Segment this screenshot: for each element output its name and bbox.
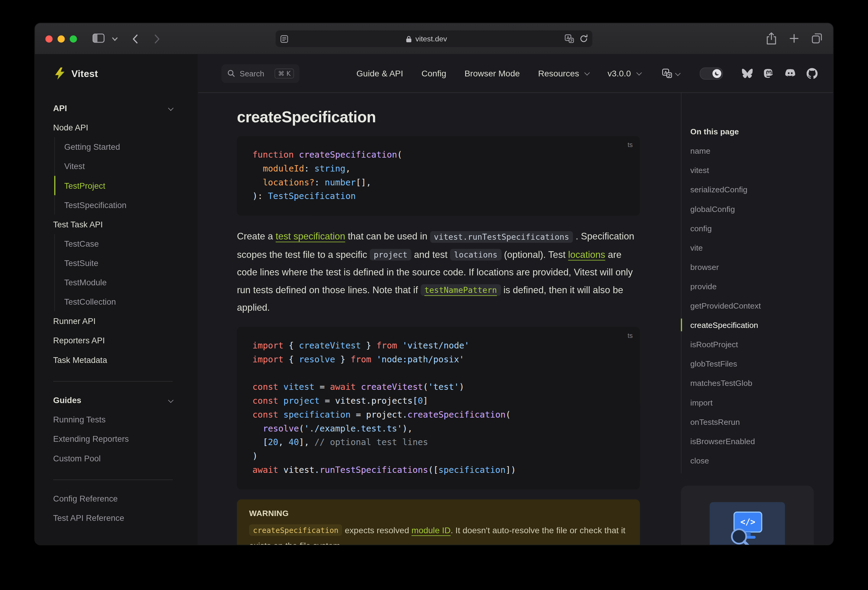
- sidebar-item-label: Getting Started: [64, 142, 120, 152]
- inline-link[interactable]: locations: [568, 249, 605, 260]
- outline-link-label: isRootProject: [690, 340, 738, 349]
- outline-link[interactable]: close: [690, 451, 813, 470]
- theme-toggle-knob: [712, 69, 721, 78]
- outline-link[interactable]: serializedConfig: [690, 180, 813, 199]
- sidebar-item[interactable]: Node API: [53, 118, 173, 137]
- warning-body: createSpecification expects resolved mod…: [249, 522, 628, 545]
- sidebar-item[interactable]: Task Metadata: [53, 350, 173, 369]
- outline-link[interactable]: name: [690, 141, 813, 160]
- theme-toggle[interactable]: [700, 67, 723, 79]
- inline-link[interactable]: test specification: [276, 231, 345, 242]
- forward-icon[interactable]: [154, 34, 160, 44]
- nav-link[interactable]: v3.0.0: [607, 68, 641, 78]
- sidebar-item-label: Test Task API: [53, 219, 103, 229]
- vitest-logo-icon: [53, 67, 66, 80]
- address-bar[interactable]: vitest.dev A: [276, 31, 592, 47]
- inline-code-link[interactable]: testNamePattern: [421, 284, 501, 295]
- outline-link[interactable]: onTestsRerun: [690, 412, 813, 431]
- page-settings-icon[interactable]: [280, 34, 288, 43]
- nav-link[interactable]: Browser Mode: [465, 68, 520, 78]
- group-title: API: [53, 104, 67, 113]
- sidebar-group-api[interactable]: API: [53, 99, 173, 118]
- mastodon-icon[interactable]: [763, 68, 774, 79]
- language-icon: A: [662, 68, 672, 78]
- desktop: vitest.dev A: [0, 0, 868, 590]
- code-lang-badge: ts: [627, 331, 633, 339]
- outline-link-label: onTestsRerun: [690, 417, 740, 426]
- outline-link-label: import: [690, 398, 713, 407]
- new-tab-icon[interactable]: [790, 34, 799, 43]
- translate-icon[interactable]: A: [565, 34, 574, 43]
- site-logo[interactable]: Vitest: [53, 54, 173, 93]
- sidebar-item[interactable]: TestCase: [54, 234, 173, 253]
- sponsor-card[interactable]: </>: [681, 486, 814, 545]
- outline-link[interactable]: isRootProject: [690, 334, 813, 354]
- discord-icon[interactable]: [784, 69, 796, 78]
- share-icon[interactable]: [766, 32, 777, 45]
- sidebar-item[interactable]: Extending Reporters: [53, 429, 173, 449]
- sidebar-item[interactable]: Config Reference: [53, 489, 173, 508]
- browser-titlebar: vitest.dev A: [35, 23, 833, 54]
- code: import { createVitest } from 'vitest/nod…: [237, 327, 640, 489]
- outline-link[interactable]: matchesTestGlob: [690, 373, 813, 393]
- outline-link-label: vite: [690, 243, 703, 252]
- chevron-down-icon[interactable]: [112, 37, 118, 42]
- sidebar-item-label: Vitest: [64, 162, 85, 171]
- sidebar-item[interactable]: Running Tests: [53, 410, 173, 429]
- nav-link[interactable]: Config: [421, 68, 446, 78]
- sidebar-item[interactable]: Vitest: [54, 156, 173, 176]
- search-button[interactable]: Search ⌘ K: [221, 64, 300, 83]
- sidebar-toggle-icon[interactable]: [93, 33, 105, 43]
- github-icon[interactable]: [807, 68, 818, 79]
- outline-link-label: isBrowserEnabled: [690, 437, 755, 445]
- sidebar-item-label: TestProject: [64, 181, 105, 190]
- outline-link[interactable]: isBrowserEnabled: [690, 431, 813, 451]
- sidebar-item[interactable]: TestModule: [54, 273, 173, 292]
- outline-link[interactable]: browser: [690, 257, 813, 277]
- search-icon: [227, 69, 235, 77]
- minimize-button[interactable]: [58, 35, 65, 42]
- sidebar-nav: API Node API Getting Started: [53, 99, 173, 528]
- outline-link-label: serializedConfig: [690, 185, 747, 194]
- sidebar-item[interactable]: Getting Started: [54, 137, 173, 156]
- chevron-down-icon: [165, 396, 173, 405]
- outline-link[interactable]: globTestFiles: [690, 354, 813, 373]
- inline-code: createSpecification: [249, 524, 342, 536]
- close-button[interactable]: [45, 35, 53, 42]
- sidebar-item[interactable]: Test Task API: [53, 215, 173, 234]
- sidebar-item[interactable]: TestProject: [54, 176, 173, 195]
- social-links: [742, 68, 818, 79]
- sidebar-item[interactable]: TestCollection: [54, 292, 173, 311]
- outline-link[interactable]: provide: [690, 277, 813, 296]
- outline-title: On this page: [690, 126, 813, 137]
- outline-link[interactable]: vitest: [690, 160, 813, 180]
- tab-overview-icon[interactable]: [812, 32, 823, 44]
- sidebar-group-guides[interactable]: Guides: [53, 390, 173, 410]
- browser-window: vitest.dev A: [35, 23, 833, 545]
- zoom-button[interactable]: [70, 35, 77, 42]
- sidebar-item[interactable]: Runner API: [53, 311, 173, 331]
- outline-link-label: close: [690, 456, 709, 465]
- back-icon[interactable]: [132, 34, 138, 44]
- sidebar-item[interactable]: Test API Reference: [53, 508, 173, 528]
- nav-link[interactable]: Resources: [538, 68, 589, 78]
- inline-link[interactable]: module ID: [412, 525, 451, 534]
- outline-link[interactable]: getProvidedContext: [690, 296, 813, 315]
- reload-icon[interactable]: [580, 34, 588, 43]
- lock-icon: [406, 35, 412, 42]
- language-button[interactable]: A: [662, 68, 680, 78]
- sidebar-item[interactable]: Reporters API: [53, 331, 173, 350]
- nav-link-label: v3.0.0: [607, 68, 631, 78]
- sidebar-item[interactable]: TestSpecification: [54, 195, 173, 215]
- outline-link[interactable]: vite: [690, 238, 813, 257]
- outline-link[interactable]: createSpecification: [690, 315, 813, 334]
- outline-link[interactable]: import: [690, 393, 813, 412]
- nav-link[interactable]: Guide & API: [356, 68, 403, 78]
- sidebar-item[interactable]: TestSuite: [54, 253, 173, 273]
- code-block-signature: ts function createSpecification( moduleI…: [237, 136, 640, 216]
- sidebar-item[interactable]: Custom Pool: [53, 449, 173, 468]
- outline-link[interactable]: globalConfig: [690, 199, 813, 218]
- sidebar-item-label: Test API Reference: [53, 513, 124, 523]
- bluesky-icon[interactable]: [742, 68, 753, 78]
- outline-link[interactable]: config: [690, 218, 813, 238]
